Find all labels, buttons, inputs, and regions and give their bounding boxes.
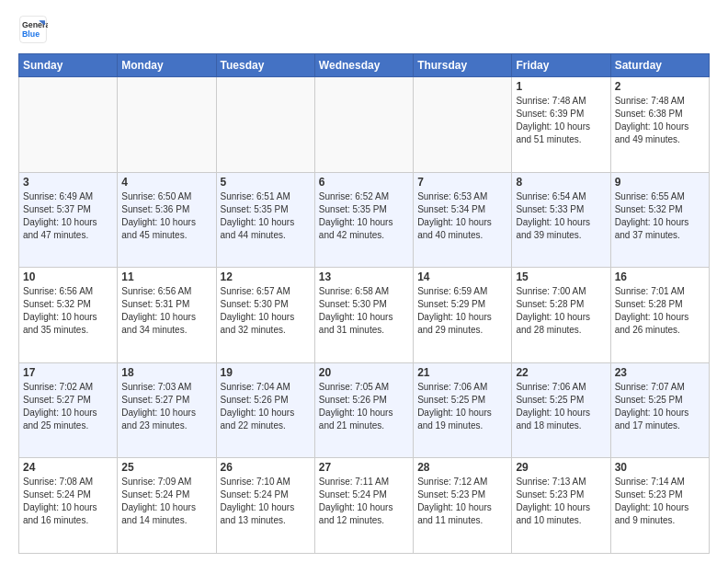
calendar-week-1: 3Sunrise: 6:49 AM Sunset: 5:37 PM Daylig… <box>19 172 710 268</box>
day-number: 29 <box>516 461 606 474</box>
calendar-cell: 10Sunrise: 6:56 AM Sunset: 5:32 PM Dayli… <box>19 268 118 363</box>
day-number: 20 <box>319 366 409 379</box>
day-number: 15 <box>516 270 606 283</box>
calendar-cell: 13Sunrise: 6:58 AM Sunset: 5:30 PM Dayli… <box>314 268 413 363</box>
day-info: Sunrise: 6:53 AM Sunset: 5:34 PM Dayligh… <box>417 190 507 242</box>
day-info: Sunrise: 7:08 AM Sunset: 5:24 PM Dayligh… <box>23 476 113 527</box>
day-info: Sunrise: 7:01 AM Sunset: 5:28 PM Dayligh… <box>615 285 705 337</box>
calendar-cell: 6Sunrise: 6:52 AM Sunset: 5:35 PM Daylig… <box>314 172 413 268</box>
day-info: Sunrise: 7:02 AM Sunset: 5:27 PM Dayligh… <box>23 381 113 432</box>
calendar-cell: 8Sunrise: 6:54 AM Sunset: 5:33 PM Daylig… <box>512 172 610 268</box>
day-number: 9 <box>615 176 705 189</box>
calendar-header: Sunday Monday Tuesday Wednesday Thursday… <box>19 54 710 77</box>
header: General Blue <box>18 15 710 44</box>
calendar-cell: 25Sunrise: 7:09 AM Sunset: 5:24 PM Dayli… <box>118 458 216 554</box>
day-number: 19 <box>221 366 311 379</box>
day-info: Sunrise: 6:52 AM Sunset: 5:35 PM Dayligh… <box>319 190 409 242</box>
calendar-cell: 19Sunrise: 7:04 AM Sunset: 5:26 PM Dayli… <box>216 362 314 458</box>
calendar-cell: 23Sunrise: 7:07 AM Sunset: 5:25 PM Dayli… <box>610 362 709 458</box>
day-info: Sunrise: 7:14 AM Sunset: 5:23 PM Dayligh… <box>615 476 705 527</box>
calendar-cell: 28Sunrise: 7:12 AM Sunset: 5:23 PM Dayli… <box>414 458 512 554</box>
day-info: Sunrise: 7:07 AM Sunset: 5:25 PM Dayligh… <box>615 381 705 432</box>
weekday-thursday: Thursday <box>414 54 512 77</box>
day-info: Sunrise: 7:00 AM Sunset: 5:28 PM Dayligh… <box>516 285 606 337</box>
calendar-cell: 30Sunrise: 7:14 AM Sunset: 5:23 PM Dayli… <box>610 458 709 554</box>
weekday-wednesday: Wednesday <box>314 54 413 77</box>
day-info: Sunrise: 7:12 AM Sunset: 5:23 PM Dayligh… <box>417 476 507 527</box>
day-number: 4 <box>121 176 211 189</box>
calendar-cell: 18Sunrise: 7:03 AM Sunset: 5:27 PM Dayli… <box>118 362 216 458</box>
calendar-cell: 3Sunrise: 6:49 AM Sunset: 5:37 PM Daylig… <box>19 172 118 268</box>
svg-text:Blue: Blue <box>22 29 40 39</box>
day-number: 10 <box>23 270 113 283</box>
day-number: 16 <box>615 270 705 283</box>
calendar-cell: 1Sunrise: 7:48 AM Sunset: 6:39 PM Daylig… <box>512 77 610 173</box>
calendar-cell: 9Sunrise: 6:55 AM Sunset: 5:32 PM Daylig… <box>610 172 709 268</box>
day-number: 5 <box>221 176 311 189</box>
day-number: 22 <box>516 366 606 379</box>
calendar-cell: 15Sunrise: 7:00 AM Sunset: 5:28 PM Dayli… <box>512 268 610 363</box>
logo-icon: General Blue <box>18 15 48 44</box>
calendar-cell: 26Sunrise: 7:10 AM Sunset: 5:24 PM Dayli… <box>216 458 314 554</box>
day-info: Sunrise: 7:11 AM Sunset: 5:24 PM Dayligh… <box>319 476 409 527</box>
weekday-friday: Friday <box>512 54 610 77</box>
day-info: Sunrise: 7:09 AM Sunset: 5:24 PM Dayligh… <box>121 476 211 527</box>
calendar-cell: 4Sunrise: 6:50 AM Sunset: 5:36 PM Daylig… <box>118 172 216 268</box>
day-number: 24 <box>23 461 113 474</box>
day-number: 13 <box>319 270 409 283</box>
day-info: Sunrise: 7:13 AM Sunset: 5:23 PM Dayligh… <box>516 476 606 527</box>
day-info: Sunrise: 6:51 AM Sunset: 5:35 PM Dayligh… <box>221 190 311 242</box>
day-number: 12 <box>221 270 311 283</box>
calendar-cell: 7Sunrise: 6:53 AM Sunset: 5:34 PM Daylig… <box>414 172 512 268</box>
weekday-sunday: Sunday <box>19 54 118 77</box>
calendar-week-3: 17Sunrise: 7:02 AM Sunset: 5:27 PM Dayli… <box>19 362 710 458</box>
day-info: Sunrise: 6:58 AM Sunset: 5:30 PM Dayligh… <box>319 285 409 337</box>
day-info: Sunrise: 6:59 AM Sunset: 5:29 PM Dayligh… <box>417 285 507 337</box>
calendar: Sunday Monday Tuesday Wednesday Thursday… <box>18 53 710 554</box>
day-info: Sunrise: 7:10 AM Sunset: 5:24 PM Dayligh… <box>221 476 311 527</box>
calendar-cell <box>216 77 314 173</box>
day-info: Sunrise: 7:06 AM Sunset: 5:25 PM Dayligh… <box>417 381 507 432</box>
day-number: 25 <box>121 461 211 474</box>
day-number: 21 <box>417 366 507 379</box>
day-info: Sunrise: 7:05 AM Sunset: 5:26 PM Dayligh… <box>319 381 409 432</box>
day-number: 27 <box>319 461 409 474</box>
day-number: 8 <box>516 176 606 189</box>
weekday-monday: Monday <box>118 54 216 77</box>
day-info: Sunrise: 6:56 AM Sunset: 5:32 PM Dayligh… <box>23 285 113 337</box>
day-number: 17 <box>23 366 113 379</box>
weekday-saturday: Saturday <box>610 54 709 77</box>
calendar-cell: 27Sunrise: 7:11 AM Sunset: 5:24 PM Dayli… <box>314 458 413 554</box>
weekday-row: Sunday Monday Tuesday Wednesday Thursday… <box>19 54 710 77</box>
calendar-cell: 17Sunrise: 7:02 AM Sunset: 5:27 PM Dayli… <box>19 362 118 458</box>
calendar-cell <box>19 77 118 173</box>
day-number: 28 <box>417 461 507 474</box>
calendar-cell: 5Sunrise: 6:51 AM Sunset: 5:35 PM Daylig… <box>216 172 314 268</box>
day-info: Sunrise: 6:50 AM Sunset: 5:36 PM Dayligh… <box>121 190 211 242</box>
weekday-tuesday: Tuesday <box>216 54 314 77</box>
day-info: Sunrise: 6:56 AM Sunset: 5:31 PM Dayligh… <box>121 285 211 337</box>
day-number: 7 <box>417 176 507 189</box>
day-info: Sunrise: 7:06 AM Sunset: 5:25 PM Dayligh… <box>516 381 606 432</box>
calendar-cell: 22Sunrise: 7:06 AM Sunset: 5:25 PM Dayli… <box>512 362 610 458</box>
day-number: 3 <box>23 176 113 189</box>
day-number: 1 <box>516 80 606 93</box>
calendar-week-0: 1Sunrise: 7:48 AM Sunset: 6:39 PM Daylig… <box>19 77 710 173</box>
calendar-body: 1Sunrise: 7:48 AM Sunset: 6:39 PM Daylig… <box>19 77 710 554</box>
calendar-cell: 21Sunrise: 7:06 AM Sunset: 5:25 PM Dayli… <box>414 362 512 458</box>
day-number: 14 <box>417 270 507 283</box>
day-number: 18 <box>121 366 211 379</box>
calendar-cell: 12Sunrise: 6:57 AM Sunset: 5:30 PM Dayli… <box>216 268 314 363</box>
calendar-week-4: 24Sunrise: 7:08 AM Sunset: 5:24 PM Dayli… <box>19 458 710 554</box>
page: General Blue Sunday Monday Tuesday Wedne… <box>0 0 728 563</box>
day-number: 26 <box>221 461 311 474</box>
calendar-cell <box>314 77 413 173</box>
day-number: 2 <box>615 80 705 93</box>
calendar-cell: 16Sunrise: 7:01 AM Sunset: 5:28 PM Dayli… <box>610 268 709 363</box>
day-info: Sunrise: 7:04 AM Sunset: 5:26 PM Dayligh… <box>221 381 311 432</box>
calendar-cell <box>118 77 216 173</box>
day-number: 6 <box>319 176 409 189</box>
day-info: Sunrise: 7:03 AM Sunset: 5:27 PM Dayligh… <box>121 381 211 432</box>
calendar-cell: 29Sunrise: 7:13 AM Sunset: 5:23 PM Dayli… <box>512 458 610 554</box>
calendar-cell: 11Sunrise: 6:56 AM Sunset: 5:31 PM Dayli… <box>118 268 216 363</box>
